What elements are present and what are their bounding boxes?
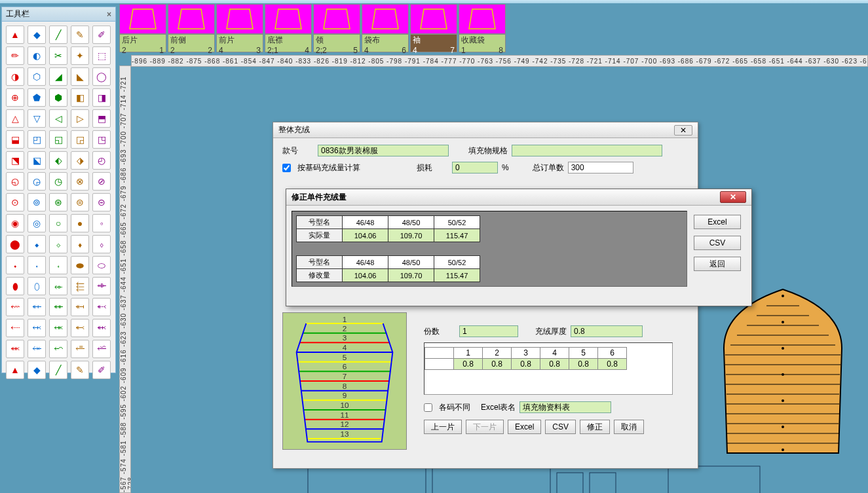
- tool-83[interactable]: ✎: [71, 361, 89, 379]
- tool-33[interactable]: ⬗: [71, 151, 89, 170]
- prev-piece-button[interactable]: 上一片: [424, 420, 462, 434]
- sub-excel-button[interactable]: Excel: [694, 215, 741, 229]
- tool-37[interactable]: ◷: [49, 172, 67, 191]
- tool-29[interactable]: ◳: [92, 130, 111, 149]
- tool-75[interactable]: ⬽: [6, 340, 24, 358]
- tool-43[interactable]: ⊜: [71, 193, 89, 211]
- tool-53[interactable]: ⬧: [71, 235, 89, 253]
- tool-0[interactable]: ▲: [6, 26, 24, 44]
- tool-40[interactable]: ⊙: [6, 193, 24, 211]
- tool-57[interactable]: ⬫: [49, 256, 67, 274]
- tool-8[interactable]: ✦: [71, 46, 89, 65]
- tool-80[interactable]: ▲: [6, 361, 24, 379]
- tool-55[interactable]: ⬩: [6, 256, 24, 274]
- piece-袖[interactable]: 袖47: [410, 4, 457, 54]
- tool-76[interactable]: ⬾: [28, 340, 46, 358]
- tool-62[interactable]: ⬰: [49, 277, 67, 295]
- tool-6[interactable]: ◐: [28, 46, 46, 65]
- tool-30[interactable]: ⬔: [6, 151, 24, 170]
- tool-63[interactable]: ⬱: [71, 277, 89, 295]
- tool-17[interactable]: ⬢: [49, 88, 67, 107]
- tool-2[interactable]: ╱: [49, 26, 67, 44]
- tool-10[interactable]: ◑: [6, 67, 24, 86]
- tool-81[interactable]: ◆: [28, 361, 46, 379]
- tool-84[interactable]: ✐: [92, 361, 111, 379]
- tool-5[interactable]: ✏: [6, 46, 24, 65]
- tool-3[interactable]: ✎: [71, 26, 89, 44]
- tool-64[interactable]: ⬲: [92, 277, 111, 295]
- tool-16[interactable]: ⬟: [28, 88, 46, 107]
- dialog-close-icon[interactable]: ✕: [674, 125, 692, 136]
- cancel-button[interactable]: 取消: [614, 420, 644, 434]
- piece-袋布[interactable]: 袋布46: [362, 4, 409, 54]
- checkbox-calc-base[interactable]: [282, 164, 291, 172]
- input-thickness[interactable]: [571, 325, 643, 337]
- piece-底襟[interactable]: 底襟2;14: [265, 4, 312, 54]
- csv-button[interactable]: CSV: [545, 420, 576, 434]
- piece-后片[interactable]: 后片21: [119, 4, 166, 54]
- tool-28[interactable]: ◲: [71, 130, 89, 149]
- tool-19[interactable]: ◨: [92, 88, 111, 107]
- correct-button[interactable]: 修正: [580, 420, 610, 434]
- tool-14[interactable]: ◯: [92, 67, 111, 86]
- tool-12[interactable]: ◢: [49, 67, 67, 86]
- tool-58[interactable]: ⬬: [71, 256, 89, 274]
- tool-42[interactable]: ⊛: [49, 193, 67, 211]
- tool-69[interactable]: ⬷: [92, 298, 111, 316]
- tool-38[interactable]: ⊗: [71, 172, 89, 191]
- tool-71[interactable]: ⬹: [28, 319, 46, 337]
- piece-前侧[interactable]: 前侧22: [168, 4, 215, 54]
- tool-59[interactable]: ⬭: [92, 256, 111, 274]
- tool-18[interactable]: ◧: [71, 88, 89, 107]
- tool-47[interactable]: ○: [49, 214, 67, 232]
- tool-78[interactable]: ⭀: [71, 340, 89, 358]
- tool-7[interactable]: ✂: [49, 46, 67, 65]
- tool-21[interactable]: ▽: [28, 109, 46, 128]
- tool-65[interactable]: ⬳: [6, 298, 24, 316]
- tool-36[interactable]: ◶: [28, 172, 46, 191]
- piece-收藏袋[interactable]: 收藏袋18: [459, 4, 506, 54]
- tool-20[interactable]: △: [6, 109, 24, 128]
- sub-back-button[interactable]: 返回: [694, 257, 741, 271]
- tool-11[interactable]: ⬡: [28, 67, 46, 86]
- tool-24[interactable]: ⬒: [92, 109, 111, 128]
- tool-15[interactable]: ⊕: [6, 88, 24, 107]
- piece-前片[interactable]: 前片43: [216, 4, 263, 54]
- tool-45[interactable]: ◉: [6, 214, 24, 232]
- tool-51[interactable]: ⬥: [28, 235, 46, 253]
- tool-34[interactable]: ◴: [92, 151, 111, 170]
- tool-79[interactable]: ⭁: [92, 340, 111, 358]
- input-style-no[interactable]: [318, 145, 449, 156]
- tool-67[interactable]: ⬵: [49, 298, 67, 316]
- tool-52[interactable]: ⬦: [49, 235, 67, 253]
- tool-54[interactable]: ⬨: [92, 235, 111, 253]
- tool-77[interactable]: ⬿: [49, 340, 67, 358]
- tool-60[interactable]: ⬮: [6, 277, 24, 295]
- tool-39[interactable]: ⊘: [92, 172, 111, 191]
- thickness-table-scroll[interactable]: 1234560.80.80.80.80.80.8: [424, 342, 673, 395]
- next-piece-button[interactable]: 下一片: [466, 420, 504, 434]
- tool-9[interactable]: ⬚: [92, 46, 111, 65]
- tool-73[interactable]: ⬻: [71, 319, 89, 337]
- tool-31[interactable]: ⬕: [28, 151, 46, 170]
- tool-1[interactable]: ◆: [28, 26, 46, 44]
- tool-23[interactable]: ▷: [71, 109, 89, 128]
- piece-领[interactable]: 领2;25: [313, 4, 360, 54]
- tool-68[interactable]: ⬶: [71, 298, 89, 316]
- tool-25[interactable]: ⬓: [6, 130, 24, 149]
- excel-button[interactable]: Excel: [508, 420, 541, 434]
- tool-56[interactable]: ⬪: [28, 256, 46, 274]
- tool-44[interactable]: ⊝: [92, 193, 111, 211]
- tool-74[interactable]: ⬼: [92, 319, 111, 337]
- tool-41[interactable]: ⊚: [28, 193, 46, 211]
- tool-70[interactable]: ⬸: [6, 319, 24, 337]
- input-excel-sheet[interactable]: [519, 401, 611, 413]
- sleeve-piece[interactable]: [711, 283, 855, 466]
- tool-26[interactable]: ◰: [28, 130, 46, 149]
- input-fill-spec[interactable]: [512, 145, 662, 156]
- tool-22[interactable]: ◁: [49, 109, 67, 128]
- tool-27[interactable]: ◱: [49, 130, 67, 149]
- tool-13[interactable]: ◣: [71, 67, 89, 86]
- input-count[interactable]: [459, 325, 518, 337]
- tool-50[interactable]: ⬤: [6, 235, 24, 253]
